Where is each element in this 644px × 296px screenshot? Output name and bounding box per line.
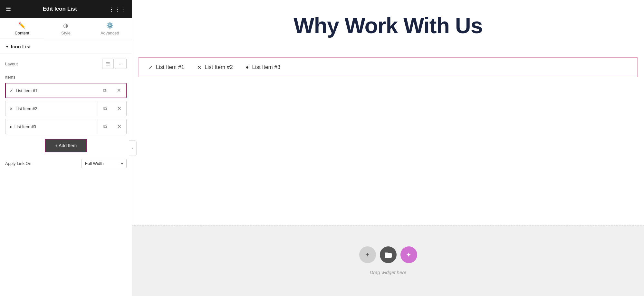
layout-buttons: ☰ ··· bbox=[102, 59, 127, 69]
canvas-area: Why Work With Us ✓ List Item #1 ✕ List I… bbox=[132, 0, 644, 296]
panel-header: ☰ Edit Icon List ⋮⋮⋮ bbox=[0, 0, 132, 18]
layout-row: Layout ☰ ··· bbox=[5, 59, 127, 69]
list-item-1-copy-btn[interactable]: ⧉ bbox=[98, 83, 112, 98]
panel-header-title: Edit Icon List bbox=[43, 6, 77, 12]
list-item-2-delete-btn[interactable]: ✕ bbox=[112, 101, 126, 116]
layout-list-btn[interactable]: ☰ bbox=[102, 59, 114, 69]
advanced-tab-icon: ⚙️ bbox=[106, 22, 113, 29]
section-chevron: ▼ bbox=[5, 44, 9, 49]
list-item-1-delete-btn[interactable]: ✕ bbox=[112, 83, 126, 98]
list-item-1[interactable]: ✓ List Item #1 ⧉ ✕ bbox=[5, 83, 127, 98]
hamburger-icon[interactable]: ☰ bbox=[6, 5, 11, 13]
list-item-2-copy-btn[interactable]: ⧉ bbox=[98, 101, 112, 116]
advanced-tab-label: Advanced bbox=[101, 31, 119, 35]
list-items-container: ✓ List Item #1 ⧉ ✕ ✕ List Item #2 bbox=[5, 83, 127, 134]
list-item-3-actions: ⧉ ✕ bbox=[98, 119, 126, 134]
canvas-list-item-2: ✕ List Item #2 bbox=[197, 64, 233, 71]
panel-tabs: ✏️ Content ◑ Style ⚙️ Advanced bbox=[0, 18, 132, 39]
panel-content: Layout ☰ ··· Items ✓ List Item #1 ⧉ bbox=[0, 53, 132, 296]
icon-list-widget[interactable]: ✓ List Item #1 ✕ List Item #2 ● List Ite… bbox=[139, 57, 638, 77]
apply-link-row: Apply Link On Full Width Icon Text bbox=[5, 159, 127, 168]
section-header[interactable]: ▼ Icon List bbox=[0, 39, 132, 53]
list-item-2-label: List Item #2 bbox=[15, 106, 37, 111]
canvas-list-item-3-icon: ● bbox=[246, 64, 249, 70]
list-item-1-label: List Item #1 bbox=[16, 88, 37, 93]
apply-link-select[interactable]: Full Width Icon Text bbox=[82, 159, 127, 168]
section-label: Icon List bbox=[11, 44, 31, 49]
canvas-list-item-2-icon: ✕ bbox=[197, 64, 201, 71]
list-item-3-label: List Item #3 bbox=[14, 124, 36, 129]
list-item-3[interactable]: ● List Item #3 ⧉ ✕ bbox=[5, 119, 127, 134]
canvas-list-item-1-label: List Item #1 bbox=[156, 64, 184, 71]
layout-label: Layout bbox=[5, 62, 18, 66]
canvas-list-item-3-label: List Item #3 bbox=[252, 64, 280, 71]
list-item-1-icon: ✓ bbox=[10, 88, 13, 93]
canvas-list-item-1: ✓ List Item #1 bbox=[149, 64, 184, 71]
left-panel: ☰ Edit Icon List ⋮⋮⋮ ✏️ Content ◑ Style … bbox=[0, 0, 132, 296]
grid-icon[interactable]: ⋮⋮⋮ bbox=[109, 5, 126, 13]
list-item-1-main[interactable]: ✓ List Item #1 bbox=[6, 88, 98, 93]
collapse-panel-button[interactable]: ‹ bbox=[129, 140, 137, 156]
list-item-3-delete-btn[interactable]: ✕ bbox=[112, 119, 126, 134]
content-tab-icon: ✏️ bbox=[18, 22, 25, 29]
right-panel: Why Work With Us ✓ List Item #1 ✕ List I… bbox=[132, 0, 644, 296]
page-title: Why Work With Us bbox=[293, 13, 483, 38]
items-label: Items bbox=[5, 75, 127, 80]
list-item-2-main[interactable]: ✕ List Item #2 bbox=[5, 106, 98, 111]
list-item-2-actions: ⧉ ✕ bbox=[98, 101, 126, 116]
list-item-3-icon: ● bbox=[9, 124, 12, 129]
list-item-2[interactable]: ✕ List Item #2 ⧉ ✕ bbox=[5, 101, 127, 116]
style-tab-icon: ◑ bbox=[63, 22, 68, 29]
drop-zone-folder-btn[interactable] bbox=[380, 246, 397, 263]
canvas-list-item-3: ● List Item #3 bbox=[246, 64, 281, 71]
list-item-2-icon: ✕ bbox=[9, 106, 13, 111]
add-item-button[interactable]: + Add Item bbox=[45, 139, 87, 152]
page-content: Why Work With Us ✓ List Item #1 ✕ List I… bbox=[132, 0, 644, 225]
tab-style[interactable]: ◑ Style bbox=[44, 18, 88, 39]
drop-zone-add-btn[interactable]: + bbox=[359, 246, 376, 263]
apply-link-label: Apply Link On bbox=[5, 161, 31, 166]
style-tab-label: Style bbox=[61, 31, 71, 35]
drop-zone: + ✦ Drag widget here bbox=[132, 225, 644, 296]
canvas-list-item-1-icon: ✓ bbox=[149, 64, 153, 71]
tab-advanced[interactable]: ⚙️ Advanced bbox=[88, 18, 132, 39]
layout-grid-btn[interactable]: ··· bbox=[115, 59, 127, 69]
drop-zone-magic-btn[interactable]: ✦ bbox=[400, 246, 417, 263]
list-item-3-main[interactable]: ● List Item #3 bbox=[5, 124, 98, 129]
list-item-1-actions: ⧉ ✕ bbox=[98, 83, 126, 98]
add-item-wrapper: + Add Item bbox=[5, 139, 127, 152]
canvas-list-item-2-label: List Item #2 bbox=[205, 64, 233, 71]
drop-zone-label: Drag widget here bbox=[370, 270, 406, 275]
content-tab-label: Content bbox=[14, 31, 29, 35]
list-item-3-copy-btn[interactable]: ⧉ bbox=[98, 119, 112, 134]
tab-content[interactable]: ✏️ Content bbox=[0, 18, 44, 39]
drop-zone-buttons: + ✦ bbox=[359, 246, 417, 263]
